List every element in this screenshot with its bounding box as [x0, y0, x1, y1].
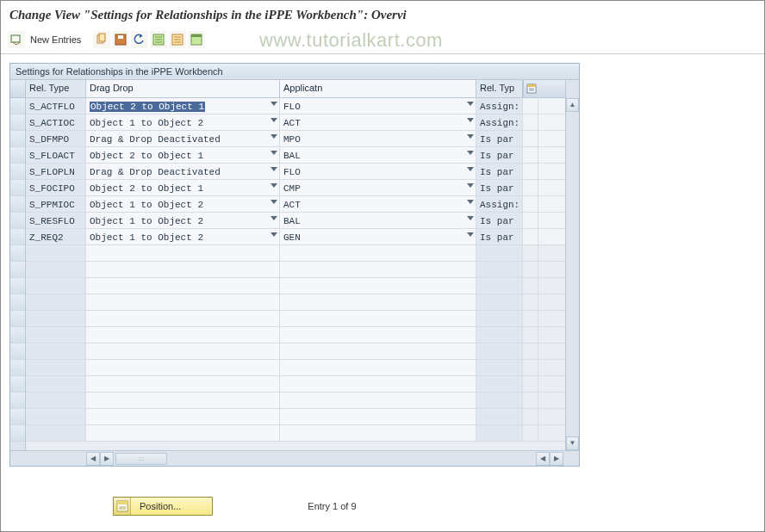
- row-selector[interactable]: [10, 229, 25, 245]
- row-selector[interactable]: [10, 376, 25, 393]
- col-applicatn[interactable]: Applicatn: [280, 80, 476, 97]
- cell-drag-drop[interactable]: Object 2 to Object 1: [86, 180, 280, 195]
- cell-rel-type2[interactable]: Is par: [476, 131, 523, 146]
- dropdown-icon[interactable]: [271, 232, 277, 237]
- scroll-down-icon[interactable]: ▼: [566, 436, 579, 450]
- select-all-icon[interactable]: [150, 31, 167, 48]
- cell-rel-type[interactable]: S_FLOACT: [26, 147, 86, 163]
- cell-applicatn[interactable]: BAL: [280, 213, 476, 228]
- row-selector[interactable]: [10, 114, 25, 131]
- scroll-thumb[interactable]: :::: [115, 453, 167, 465]
- row-selector[interactable]: [10, 425, 25, 442]
- dropdown-icon[interactable]: [467, 167, 474, 171]
- copy-icon[interactable]: [93, 31, 110, 48]
- cell-applicatn[interactable]: ACT: [280, 114, 476, 130]
- dropdown-icon[interactable]: [467, 216, 474, 220]
- table-row[interactable]: S_FLOACTObject 2 to Object 1BALIs par: [26, 147, 565, 164]
- row-selector[interactable]: [10, 213, 25, 229]
- cell-applicatn[interactable]: FLO: [280, 164, 476, 179]
- row-selector[interactable]: [10, 343, 25, 360]
- cell-rel-type[interactable]: S_FOCIPO: [26, 180, 86, 195]
- cell-drag-drop[interactable]: Object 1 to Object 2: [86, 213, 280, 228]
- dropdown-icon[interactable]: [467, 232, 474, 237]
- row-selector[interactable]: [10, 196, 25, 213]
- cell-rel-type2[interactable]: Is par: [476, 147, 523, 163]
- dropdown-icon[interactable]: [271, 183, 277, 188]
- cell-rel-type[interactable]: S_ACTIOC: [26, 114, 86, 130]
- position-button[interactable]: Position...: [113, 497, 213, 516]
- dropdown-icon[interactable]: [467, 200, 474, 204]
- cell-applicatn[interactable]: GEN: [280, 229, 476, 244]
- table-row[interactable]: S_FOCIPOObject 2 to Object 1CMPIs par: [26, 180, 565, 196]
- col-rel-type[interactable]: Rel. Type: [26, 80, 86, 97]
- table-row[interactable]: Z_REQ2Object 1 to Object 2GENIs par: [26, 229, 565, 245]
- row-selector[interactable]: [10, 98, 25, 114]
- dropdown-icon[interactable]: [271, 200, 277, 204]
- cell-applicatn[interactable]: BAL: [280, 147, 476, 163]
- col-rel-type2[interactable]: Rel. Typ: [476, 80, 523, 97]
- table-settings-icon[interactable]: [188, 31, 205, 48]
- cell-rel-type2[interactable]: Assign:: [476, 98, 523, 114]
- table-row[interactable]: S_ACTFLOObject 2 to Object 1FLOAssign:: [26, 98, 565, 114]
- config-columns-icon[interactable]: [523, 80, 538, 97]
- cell-rel-type2[interactable]: Is par: [476, 180, 523, 195]
- col-drag-drop[interactable]: Drag Drop: [86, 80, 280, 97]
- cell-rel-type[interactable]: Z_REQ2: [26, 229, 86, 244]
- row-selector[interactable]: [10, 327, 25, 343]
- row-selector[interactable]: [10, 245, 25, 262]
- row-selector[interactable]: [10, 147, 25, 164]
- undo-icon[interactable]: [131, 31, 148, 48]
- table-row[interactable]: S_DFMPODrag & Drop DeactivatedMPOIs par: [26, 131, 565, 147]
- row-selector[interactable]: [10, 180, 25, 196]
- dropdown-icon[interactable]: [271, 151, 277, 155]
- table-row[interactable]: S_FLOPLNDrag & Drop DeactivatedFLOIs par: [26, 164, 565, 180]
- cell-drag-drop[interactable]: Drag & Drop Deactivated: [86, 131, 280, 146]
- cell-rel-type2[interactable]: Assign:: [476, 196, 523, 212]
- cell-rel-type[interactable]: S_PPMIOC: [26, 196, 86, 212]
- dropdown-icon[interactable]: [467, 118, 474, 122]
- cell-applicatn[interactable]: ACT: [280, 196, 476, 212]
- save-icon[interactable]: [112, 31, 129, 48]
- table-row[interactable]: S_RESFLOObject 1 to Object 2BALIs par: [26, 213, 565, 229]
- table-row[interactable]: S_ACTIOCObject 1 to Object 2ACTAssign:: [26, 114, 565, 131]
- vertical-scrollbar[interactable]: ▲ ▼: [565, 80, 579, 450]
- cell-drag-drop[interactable]: Object 1 to Object 2: [86, 229, 280, 244]
- row-selector[interactable]: [10, 311, 25, 327]
- toggle-tree-icon[interactable]: [8, 31, 25, 48]
- dropdown-icon[interactable]: [271, 216, 277, 220]
- row-selector[interactable]: [10, 360, 25, 376]
- dropdown-icon[interactable]: [467, 134, 474, 139]
- row-selector[interactable]: [10, 131, 25, 147]
- scroll-right2-icon[interactable]: ▶: [550, 452, 563, 466]
- row-selector[interactable]: [10, 393, 25, 409]
- cell-rel-type2[interactable]: Is par: [476, 164, 523, 179]
- cell-rel-type2[interactable]: Is par: [476, 213, 523, 228]
- cell-applicatn[interactable]: FLO: [280, 98, 476, 114]
- scroll-left2-icon[interactable]: ◀: [536, 452, 550, 466]
- dropdown-icon[interactable]: [467, 102, 474, 106]
- cell-drag-drop[interactable]: Object 2 to Object 1: [86, 98, 280, 114]
- dropdown-icon[interactable]: [271, 118, 277, 122]
- table-row[interactable]: S_PPMIOCObject 1 to Object 2ACTAssign:: [26, 196, 565, 213]
- cell-rel-type[interactable]: S_ACTFLO: [26, 98, 86, 114]
- dropdown-icon[interactable]: [271, 102, 277, 106]
- row-selector[interactable]: [10, 164, 25, 180]
- dropdown-icon[interactable]: [271, 167, 277, 171]
- horizontal-scrollbar[interactable]: ◀ ▶ ::: ◀ ▶: [10, 450, 579, 466]
- cell-drag-drop[interactable]: Object 2 to Object 1: [86, 147, 280, 163]
- cell-rel-type[interactable]: S_DFMPO: [26, 131, 86, 146]
- scroll-right-icon[interactable]: ▶: [100, 452, 114, 466]
- cell-rel-type2[interactable]: Is par: [476, 229, 523, 244]
- row-selector[interactable]: [10, 409, 25, 425]
- cell-applicatn[interactable]: CMP: [280, 180, 476, 195]
- cell-rel-type2[interactable]: Assign:: [476, 114, 523, 130]
- cell-rel-type[interactable]: S_FLOPLN: [26, 164, 86, 179]
- dropdown-icon[interactable]: [467, 183, 474, 188]
- row-selector[interactable]: [10, 278, 25, 294]
- dropdown-icon[interactable]: [271, 134, 277, 139]
- row-selector[interactable]: [10, 294, 25, 311]
- scroll-up-icon[interactable]: ▲: [566, 98, 579, 112]
- cell-applicatn[interactable]: MPO: [280, 131, 476, 146]
- cell-drag-drop[interactable]: Object 1 to Object 2: [86, 114, 280, 130]
- new-entries-button[interactable]: New Entries: [28, 34, 86, 45]
